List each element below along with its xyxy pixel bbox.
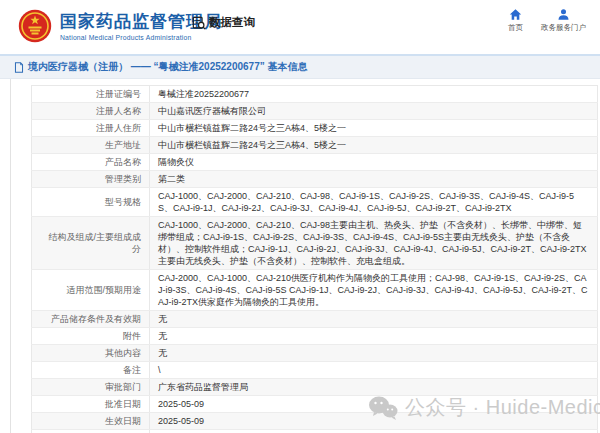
user-icon	[557, 8, 570, 21]
row-label: 管理类别	[32, 171, 150, 188]
row-value: 第二类	[150, 171, 598, 188]
table-row: 产品储存条件及有效期无	[32, 311, 598, 328]
row-label: 其他内容	[32, 345, 150, 362]
national-emblem-icon	[18, 9, 52, 43]
row-value: CAJ-2000、CAJ-1000、CAJ-210供医疗机构作为隔物灸的工具使用…	[150, 270, 598, 311]
row-value: 无	[150, 328, 598, 345]
row-label: 产品名称	[32, 154, 150, 171]
table-row: 其他内容无	[32, 345, 598, 362]
site-header: 国家药品监督管理局 National Medical Products Admi…	[0, 0, 600, 56]
row-value: 中山嘉讯医疗器械有限公司	[150, 103, 598, 120]
document-icon	[14, 62, 24, 73]
row-label: 审批部门	[32, 379, 150, 396]
row-value: 粤械注准20252200677	[150, 86, 598, 103]
registration-table: 注册证编号粤械注准20252200677注册人名称中山嘉讯医疗器械有限公司注册人…	[31, 85, 598, 433]
nav-home-label: 首页	[508, 23, 523, 33]
table-row: 适用范围/预期用途CAJ-2000、CAJ-1000、CAJ-210供医疗机构作…	[32, 270, 598, 311]
row-value: 2030-05-08	[150, 430, 598, 433]
row-value: CAJ-1000、CAJ-2000、CAJ-210、CAJ-98主要由主机、热灸…	[150, 217, 598, 270]
table-row: 结构及组成/主要组成成分CAJ-1000、CAJ-2000、CAJ-210、CA…	[32, 217, 598, 270]
registration-table-body: 注册证编号粤械注准20252200677注册人名称中山嘉讯医疗器械有限公司注册人…	[32, 86, 598, 433]
row-label: 产品储存条件及有效期	[32, 311, 150, 328]
row-value: 中山市横栏镇益辉二路24号之三A栋4、5楼之一	[150, 120, 598, 137]
page: 国家药品监督管理局 National Medical Products Admi…	[0, 0, 600, 433]
table-row: 产品名称隔物灸仪	[32, 154, 598, 171]
row-label: 适用范围/预期用途	[32, 270, 150, 311]
table-row: 生产地址中山市横栏镇益辉二路24号之三A栋4、5楼之一	[32, 137, 598, 154]
nav-data-query[interactable]: 数据查询	[192, 15, 255, 30]
row-value: CAJ-1000、CAJ-2000、CAJ-210、CAJ-98、CAJ-i9-…	[150, 188, 598, 217]
row-value: 无	[150, 311, 598, 328]
data-query-icon	[192, 16, 206, 30]
row-label: 结构及组成/主要组成成分	[32, 217, 150, 270]
table-row: 注册人住所中山市横栏镇益辉二路24号之三A栋4、5楼之一	[32, 120, 598, 137]
table-row: 管理类别第二类	[32, 171, 598, 188]
row-value: 2025-05-09	[150, 396, 598, 413]
breadcrumb: 境内医疗器械（注册） —— “粤械注准20252200677” 基本信息	[0, 56, 600, 79]
table-row: 批准日期2025-05-09	[32, 396, 598, 413]
row-label: 注册证编号	[32, 86, 150, 103]
table-row: 注册人名称中山嘉讯医疗器械有限公司	[32, 103, 598, 120]
row-value: 中山市横栏镇益辉二路24号之三A栋4、5楼之一	[150, 137, 598, 154]
nav-home[interactable]: 首页	[508, 8, 523, 33]
main-content: 注册证编号粤械注准20252200677注册人名称中山嘉讯医疗器械有限公司注册人…	[10, 79, 600, 433]
row-label: 型号规格	[32, 188, 150, 217]
top-nav: 首页 政务服务门户	[508, 8, 586, 33]
row-value: 广东省药品监督管理局	[150, 379, 598, 396]
row-label: 注册人名称	[32, 103, 150, 120]
breadcrumb-title: 境内医疗器械（注册） —— “粤械注准20252200677” 基本信息	[28, 60, 308, 74]
table-row: 型号规格CAJ-1000、CAJ-2000、CAJ-210、CAJ-98、CAJ…	[32, 188, 598, 217]
row-value: 2025-05-09	[150, 413, 598, 430]
row-label: 注册人住所	[32, 120, 150, 137]
table-row: 审批部门广东省药品监督管理局	[32, 379, 598, 396]
table-row: 附件无	[32, 328, 598, 345]
table-row: 注册证编号粤械注准20252200677	[32, 86, 598, 103]
row-label: 生产地址	[32, 137, 150, 154]
nav-portal[interactable]: 政务服务门户	[541, 8, 586, 33]
row-label: 备注	[32, 362, 150, 379]
table-row: 有效期至2030-05-08	[32, 430, 598, 433]
table-row: 生效日期2025-05-09	[32, 413, 598, 430]
row-label: 生效日期	[32, 413, 150, 430]
data-query-label: 数据查询	[209, 15, 255, 30]
row-value: \	[150, 362, 598, 379]
row-label: 有效期至	[32, 430, 150, 433]
home-icon	[509, 8, 522, 21]
agency-name-en: National Medical Products Administration	[60, 34, 222, 41]
table-row: 备注\	[32, 362, 598, 379]
nav-portal-label: 政务服务门户	[541, 23, 586, 33]
row-label: 附件	[32, 328, 150, 345]
row-value: 隔物灸仪	[150, 154, 598, 171]
row-value: 无	[150, 345, 598, 362]
row-label: 批准日期	[32, 396, 150, 413]
